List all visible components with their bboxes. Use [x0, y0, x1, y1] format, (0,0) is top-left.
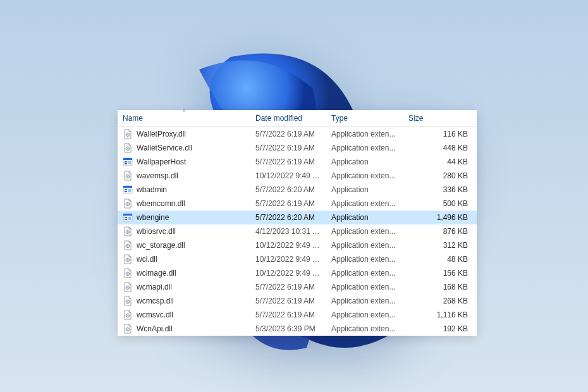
file-row[interactable]: wbengine5/7/2022 6:20 AMApplication1,496… [118, 211, 477, 224]
svg-point-10 [127, 176, 128, 177]
file-row[interactable]: wcimage.dll10/12/2022 9:49 AMApplication… [118, 266, 477, 280]
file-date-modified: 5/7/2022 6:19 AM [250, 156, 326, 168]
file-date-modified: 10/12/2022 9:49 AM [250, 267, 326, 279]
file-row[interactable]: wbiosrvc.dll4/12/2023 10:31 AMApplicatio… [118, 224, 477, 238]
dll-file-icon [123, 226, 133, 236]
file-name-cell: WalletProxy.dll [118, 128, 250, 140]
file-size: 192 KB [403, 322, 477, 335]
file-row[interactable]: wbemcomn.dll5/7/2022 6:19 AMApplication … [118, 197, 477, 211]
dll-file-icon [123, 171, 133, 181]
svg-rect-14 [125, 191, 127, 192]
column-header-type-label: Type [331, 114, 348, 123]
file-date-modified: 10/12/2022 9:49 AM [250, 239, 326, 252]
dll-file-icon [123, 296, 133, 306]
file-type: Application exten... [326, 253, 403, 266]
file-size: 1,496 KB [403, 211, 477, 224]
file-date-modified: 10/12/2022 9:49 AM [250, 253, 326, 266]
file-name-label: WallpaperHost [137, 156, 186, 168]
file-name-cell: wcmcsp.dll [118, 295, 250, 307]
file-size: 48 KB [403, 253, 477, 266]
file-name-label: wcmapi.dll [137, 281, 172, 293]
file-name-cell: wci.dll [118, 253, 250, 266]
file-list[interactable]: WalletProxy.dll5/7/2022 6:19 AMApplicati… [118, 127, 477, 336]
file-size: 448 KB [403, 142, 477, 154]
file-size: 876 KB [403, 225, 477, 238]
file-date-modified: 5/7/2022 6:19 AM [250, 142, 326, 154]
dll-file-icon [123, 310, 133, 320]
svg-rect-21 [125, 219, 127, 220]
dll-file-icon [123, 129, 133, 139]
file-type: Application exten... [326, 225, 403, 238]
svg-rect-8 [128, 161, 131, 164]
file-type: Application exten... [326, 295, 403, 307]
file-date-modified: 5/7/2022 6:20 AM [250, 211, 326, 224]
file-date-modified: 5/3/2023 6:39 PM [250, 322, 326, 335]
file-name-label: wbemcomn.dll [137, 198, 185, 209]
file-name-cell: wcmapi.dll [118, 281, 250, 293]
file-name-cell: wbengine [118, 211, 250, 224]
svg-point-1 [127, 134, 128, 135]
file-date-modified: 5/7/2022 6:19 AM [250, 309, 326, 321]
sort-ascending-icon: ^ [183, 109, 185, 115]
file-name-cell: wbiosrvc.dll [118, 225, 250, 238]
dll-file-icon [123, 282, 133, 292]
file-type: Application exten... [326, 239, 403, 252]
svg-point-26 [127, 245, 128, 247]
file-name-cell: wc_storage.dll [118, 239, 250, 252]
column-header-name[interactable]: Name ^ [118, 113, 250, 124]
file-row[interactable]: wbadmin5/7/2022 6:20 AMApplication336 KB [118, 183, 477, 197]
file-size: 312 KB [403, 239, 477, 252]
column-header-size[interactable]: Size [403, 113, 477, 124]
file-row[interactable]: WalletProxy.dll5/7/2022 6:19 AMApplicati… [118, 127, 477, 141]
file-name-label: wcmcsp.dll [137, 295, 174, 307]
svg-rect-13 [125, 189, 127, 190]
file-name-cell: WalletService.dll [118, 142, 250, 154]
file-type: Application exten... [326, 197, 403, 210]
dll-file-icon [123, 324, 133, 334]
file-row[interactable]: WalletService.dll5/7/2022 6:19 AMApplica… [118, 141, 477, 155]
file-type: Application exten... [326, 128, 403, 140]
file-name-cell: wcimage.dll [118, 267, 250, 279]
svg-point-38 [127, 329, 128, 330]
file-row[interactable]: wc_storage.dll10/12/2022 9:49 AMApplicat… [118, 238, 477, 252]
dll-file-icon [123, 240, 133, 250]
file-row[interactable]: WallpaperHost5/7/2022 6:19 AMApplication… [118, 155, 477, 169]
column-header-name-label: Name [123, 114, 143, 123]
svg-rect-15 [128, 189, 131, 192]
file-date-modified: 5/7/2022 6:19 AM [250, 128, 326, 140]
file-row[interactable]: WcnApi.dll5/3/2023 6:39 PMApplication ex… [118, 322, 477, 336]
svg-point-24 [127, 231, 128, 233]
file-type: Application exten... [326, 169, 403, 182]
file-name-label: WalletService.dll [137, 142, 192, 154]
file-type: Application exten... [326, 309, 403, 321]
column-header-size-label: Size [408, 114, 423, 123]
file-size: 44 KB [403, 156, 477, 168]
svg-point-3 [127, 148, 128, 149]
column-header-type[interactable]: Type [326, 113, 403, 124]
file-name-label: wbiosrvc.dll [137, 226, 176, 237]
file-type: Application exten... [326, 322, 403, 335]
svg-point-28 [127, 259, 128, 260]
column-header-date-modified[interactable]: Date modified [250, 113, 326, 124]
file-row[interactable]: wcmcsp.dll5/7/2022 6:19 AMApplication ex… [118, 294, 477, 308]
svg-point-32 [127, 287, 128, 288]
file-date-modified: 4/12/2023 10:31 AM [250, 225, 326, 238]
svg-rect-19 [123, 214, 132, 216]
file-name-label: WcnApi.dll [137, 323, 173, 334]
file-row[interactable]: wci.dll10/12/2022 9:49 AMApplication ext… [118, 252, 477, 266]
file-row[interactable]: wcmsvc.dll5/7/2022 6:19 AMApplication ex… [118, 308, 477, 322]
file-type: Application [326, 183, 403, 196]
file-date-modified: 5/7/2022 6:19 AM [250, 197, 326, 210]
file-name-label: wc_storage.dll [137, 240, 185, 251]
file-size: 116 KB [403, 128, 477, 140]
file-row[interactable]: wcmapi.dll5/7/2022 6:19 AMApplication ex… [118, 280, 477, 294]
file-row[interactable]: wavemsp.dll10/12/2022 9:49 AMApplication… [118, 169, 477, 183]
svg-point-30 [127, 273, 128, 274]
file-size: 1,116 KB [403, 309, 477, 321]
dll-file-icon [123, 268, 133, 278]
file-size: 500 KB [403, 197, 477, 210]
file-name-label: wbadmin [137, 184, 167, 195]
file-name-cell: wbadmin [118, 183, 250, 196]
file-name-label: wcmsvc.dll [137, 309, 173, 321]
svg-rect-22 [128, 217, 131, 220]
